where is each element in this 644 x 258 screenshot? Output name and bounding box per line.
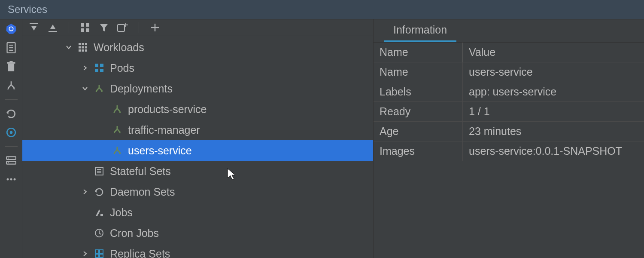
deployment-icon	[93, 84, 106, 93]
svg-rect-46	[95, 69, 98, 72]
svg-rect-6	[8, 64, 14, 71]
svg-line-64	[99, 233, 101, 234]
cell-name: Ready	[374, 102, 463, 121]
svg-marker-60	[95, 189, 97, 193]
svg-rect-26	[86, 23, 89, 27]
tree-node-traffic-manager[interactable]: traffic-manager	[22, 120, 373, 140]
kubernetes-icon[interactable]	[4, 22, 18, 36]
chevron-right-icon	[80, 251, 90, 257]
cell-value: users-service:0.0.1-SNAPSHOT	[463, 141, 644, 161]
table-header: Name Value	[374, 43, 644, 62]
table-body: Name users-service Labels app: users-ser…	[374, 62, 644, 161]
svg-point-20	[13, 178, 15, 181]
table-row[interactable]: Ready 1 / 1	[374, 102, 644, 122]
table-row[interactable]: Labels app: users-service	[374, 82, 644, 102]
svg-rect-27	[81, 28, 84, 32]
branch-icon[interactable]	[4, 79, 18, 92]
more-icon[interactable]	[4, 172, 18, 186]
deployment-icon	[111, 146, 124, 155]
server-icon[interactable]	[4, 154, 18, 167]
svg-marker-24	[50, 25, 55, 29]
stateful-sets-icon	[93, 166, 106, 176]
cell-value: 23 minutes	[463, 122, 644, 141]
target-icon[interactable]	[4, 126, 18, 139]
details-panel: Information Name Value Name users-servic…	[374, 19, 644, 258]
table-row[interactable]: Age 23 minutes	[374, 122, 644, 141]
svg-marker-11	[6, 111, 8, 115]
svg-point-17	[8, 162, 9, 163]
cell-name: Labels	[374, 82, 463, 101]
separator	[69, 22, 69, 33]
plus-icon[interactable]	[149, 22, 161, 33]
svg-rect-30	[118, 25, 125, 31]
svg-marker-22	[31, 26, 36, 31]
tab-information[interactable]: Information	[384, 19, 456, 42]
jobs-icon	[93, 208, 106, 217]
tool-strip	[0, 19, 22, 258]
svg-point-19	[10, 178, 12, 181]
svg-rect-43	[85, 49, 87, 52]
svg-rect-47	[100, 69, 103, 72]
workloads-icon	[76, 43, 89, 52]
grid-icon[interactable]	[79, 22, 91, 33]
add-panel-icon[interactable]	[117, 22, 128, 33]
expand-all-icon[interactable]	[28, 22, 39, 33]
tree-node-cron-jobs[interactable]: Cron Jobs	[22, 223, 373, 243]
svg-rect-39	[82, 46, 84, 49]
tree-label: products-service	[128, 103, 207, 116]
tree-label: users-service	[128, 144, 192, 157]
collapse-all-icon[interactable]	[47, 22, 58, 33]
svg-rect-42	[82, 49, 84, 52]
divider	[5, 99, 18, 100]
document-icon[interactable]	[4, 41, 18, 55]
svg-rect-61	[100, 214, 103, 216]
tree-node-products-service[interactable]: products-service	[22, 99, 373, 120]
chevron-right-icon	[80, 65, 90, 71]
th-value[interactable]: Value	[463, 43, 644, 62]
deployment-icon	[111, 104, 124, 114]
svg-rect-45	[100, 64, 103, 67]
tree-node-replica-sets[interactable]: Replica Sets	[22, 243, 373, 258]
table-row[interactable]: Images users-service:0.0.1-SNAPSHOT	[374, 141, 644, 161]
tree-node-deployments[interactable]: Deployments	[22, 78, 373, 99]
tree-node-daemon-sets[interactable]: Daemon Sets	[22, 181, 373, 202]
refresh-icon[interactable]	[4, 107, 18, 120]
tree-node-stateful-sets[interactable]: Stateful Sets	[22, 161, 373, 181]
tree-toolbar	[22, 19, 373, 36]
info-table: Name Value Name users-service Labels app…	[374, 43, 644, 258]
svg-point-13	[9, 131, 12, 134]
cell-value: 1 / 1	[463, 102, 644, 121]
svg-rect-66	[100, 250, 103, 253]
svg-rect-7	[7, 62, 15, 64]
svg-point-18	[6, 178, 9, 181]
svg-rect-67	[95, 254, 99, 258]
svg-rect-28	[86, 28, 89, 32]
trash-icon[interactable]	[4, 60, 18, 74]
svg-rect-41	[79, 49, 81, 52]
deployment-icon	[111, 125, 124, 135]
tree-label: Workloads	[94, 41, 144, 54]
svg-rect-37	[85, 43, 87, 45]
tree-label: Jobs	[110, 206, 133, 219]
tree-node-jobs[interactable]: Jobs	[22, 202, 373, 223]
cell-value: users-service	[463, 62, 644, 82]
tree-node-pods[interactable]: Pods	[22, 58, 373, 78]
table-row[interactable]: Name users-service	[374, 62, 644, 82]
tree-panel: Workloads Pods Deployments products-serv…	[22, 19, 374, 258]
panel-title: Services	[0, 0, 644, 19]
svg-rect-8	[9, 61, 12, 62]
chevron-down-icon	[64, 44, 74, 50]
svg-point-16	[8, 158, 9, 159]
chevron-right-icon	[80, 189, 90, 195]
tree-node-users-service[interactable]: users-service	[22, 140, 373, 161]
tree-label: Cron Jobs	[110, 227, 159, 240]
svg-rect-38	[79, 46, 81, 49]
th-name[interactable]: Name	[374, 43, 463, 62]
daemon-sets-icon	[93, 187, 106, 197]
pods-icon	[93, 63, 106, 73]
filter-icon[interactable]	[98, 22, 109, 33]
tree-node-workloads[interactable]: Workloads	[22, 37, 373, 58]
tree-label: traffic-manager	[128, 124, 200, 136]
replica-sets-icon	[93, 249, 106, 258]
tree-label: Replica Sets	[110, 248, 170, 258]
